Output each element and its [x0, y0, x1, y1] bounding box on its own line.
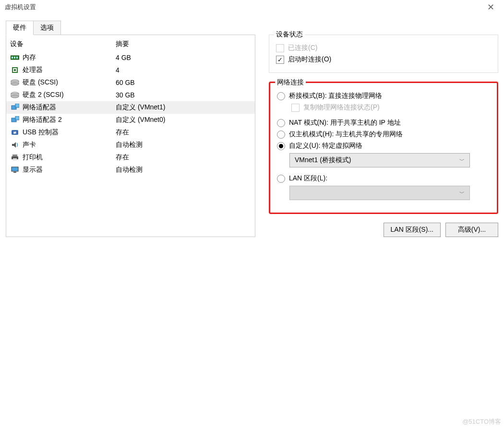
device-name: 内存 [23, 53, 36, 62]
replicate-label: 复制物理网络连接状态(P) [303, 103, 380, 112]
lansegment-label[interactable]: LAN 区段(L): [289, 174, 327, 183]
device-name: 硬盘 (SCSI) [23, 78, 58, 87]
advanced-button[interactable]: 高级(V)... [445, 223, 498, 237]
device-summary: 自定义 (VMnet0) [116, 116, 251, 124]
device-summary: 4 GB [116, 54, 251, 61]
col-header-summary: 摘要 [116, 40, 251, 48]
device-summary: 存在 [116, 153, 251, 162]
custom-vmnet-value: VMnet1 (桥接模式) [295, 156, 351, 165]
watermark: @51CTO博客 [462, 417, 501, 426]
custom-radio[interactable] [277, 142, 285, 150]
display-icon [10, 166, 20, 174]
custom-label[interactable]: 自定义(U): 特定虚拟网络 [289, 142, 362, 150]
svg-text:⇄: ⇄ [13, 131, 16, 134]
device-table-header: 设备 摘要 [6, 39, 255, 51]
custom-vmnet-select[interactable]: VMnet1 (桥接模式) ﹀ [289, 153, 470, 167]
device-name: USB 控制器 [23, 128, 59, 137]
device-summary: 30 GB [116, 91, 251, 99]
svg-rect-5 [14, 69, 16, 71]
device-status-group: 设备状态 已连接(C) 启动时连接(O) [269, 35, 498, 73]
nic-icon [10, 103, 20, 112]
connect-at-poweron-checkbox[interactable] [276, 56, 284, 64]
device-summary: 自动检测 [116, 166, 251, 174]
device-row[interactable]: ⇄USB 控制器存在 [6, 126, 255, 139]
device-status-legend: 设备状态 [274, 30, 305, 39]
col-header-device: 设备 [10, 40, 116, 48]
bridged-label[interactable]: 桥接模式(B): 直接连接物理网络 [289, 92, 382, 100]
device-row[interactable]: 内存4 GB [6, 51, 255, 64]
connect-at-poweron-label[interactable]: 启动时连接(O) [288, 55, 331, 64]
disk-icon [10, 78, 20, 87]
lan-segments-button[interactable]: LAN 区段(S)... [384, 223, 441, 237]
device-name: 声卡 [23, 141, 36, 149]
svg-rect-3 [16, 57, 18, 59]
sound-icon [10, 141, 20, 149]
network-connection-group: 网络连接 桥接模式(B): 直接连接物理网络 复制物理网络连接状态(P) NAT… [269, 82, 498, 214]
network-connection-legend: 网络连接 [275, 78, 306, 87]
device-summary: 60 GB [116, 79, 251, 86]
chevron-down-icon: ﹀ [459, 157, 465, 164]
device-name: 网络适配器 2 [23, 116, 62, 124]
connected-label: 已连接(C) [288, 44, 317, 52]
close-icon[interactable]: ✕ [482, 2, 499, 12]
svg-rect-21 [13, 158, 17, 160]
device-list-panel: 设备 摘要 内存4 GB处理器4硬盘 (SCSI)60 GB硬盘 2 (SCSI… [6, 35, 255, 237]
svg-rect-22 [12, 167, 18, 171]
svg-marker-18 [12, 142, 16, 148]
nat-radio[interactable] [277, 119, 285, 127]
nat-label[interactable]: NAT 模式(N): 用于共享主机的 IP 地址 [289, 119, 401, 127]
svg-rect-23 [13, 172, 16, 173]
device-name: 显示器 [23, 166, 43, 174]
cpu-icon [10, 66, 20, 74]
tabs: 硬件 选项 [0, 17, 504, 35]
nic-icon [10, 116, 20, 124]
device-summary: 4 [116, 66, 251, 74]
device-summary: 存在 [116, 128, 251, 137]
svg-point-8 [11, 83, 19, 85]
device-row[interactable]: 声卡自动检测 [6, 139, 255, 151]
device-row[interactable]: 硬盘 2 (SCSI)30 GB [6, 89, 255, 101]
svg-rect-13 [15, 104, 19, 107]
svg-rect-19 [12, 155, 17, 156]
device-row[interactable]: 网络适配器自定义 (VMnet1) [6, 101, 255, 114]
device-row[interactable]: 网络适配器 2自定义 (VMnet0) [6, 114, 255, 126]
device-name: 处理器 [23, 66, 43, 74]
device-name: 硬盘 2 (SCSI) [23, 91, 64, 99]
device-row[interactable]: 处理器4 [6, 64, 255, 76]
lansegment-select: ﹀ [289, 186, 470, 200]
device-row[interactable]: 打印机存在 [6, 151, 255, 164]
usb-icon: ⇄ [10, 128, 20, 137]
device-row[interactable]: 硬盘 (SCSI)60 GB [6, 76, 255, 89]
hostonly-radio[interactable] [277, 131, 285, 139]
svg-point-11 [11, 95, 19, 98]
printer-icon [10, 153, 20, 162]
svg-rect-1 [12, 57, 13, 59]
svg-rect-15 [15, 116, 19, 120]
device-name: 打印机 [23, 153, 43, 162]
connected-checkbox [276, 44, 284, 52]
device-row[interactable]: 显示器自动检测 [6, 164, 255, 176]
device-summary: 自定义 (VMnet1) [116, 103, 251, 112]
lansegment-radio[interactable] [277, 175, 285, 183]
device-summary: 自动检测 [116, 141, 251, 149]
hostonly-label[interactable]: 仅主机模式(H): 与主机共享的专用网络 [289, 130, 403, 139]
svg-rect-2 [14, 57, 15, 59]
bridged-radio[interactable] [277, 92, 285, 100]
memory-icon [10, 53, 20, 62]
settings-panel: 设备状态 已连接(C) 启动时连接(O) 网络连接 桥接模式(B): 直接连接物… [255, 35, 498, 237]
replicate-checkbox [291, 104, 300, 112]
chevron-down-icon: ﹀ [459, 190, 465, 197]
tab-hardware[interactable]: 硬件 [6, 21, 34, 35]
tab-options[interactable]: 选项 [33, 21, 61, 35]
disk-icon [10, 91, 20, 99]
window-title: 虚拟机设置 [5, 3, 36, 12]
device-name: 网络适配器 [23, 103, 56, 112]
